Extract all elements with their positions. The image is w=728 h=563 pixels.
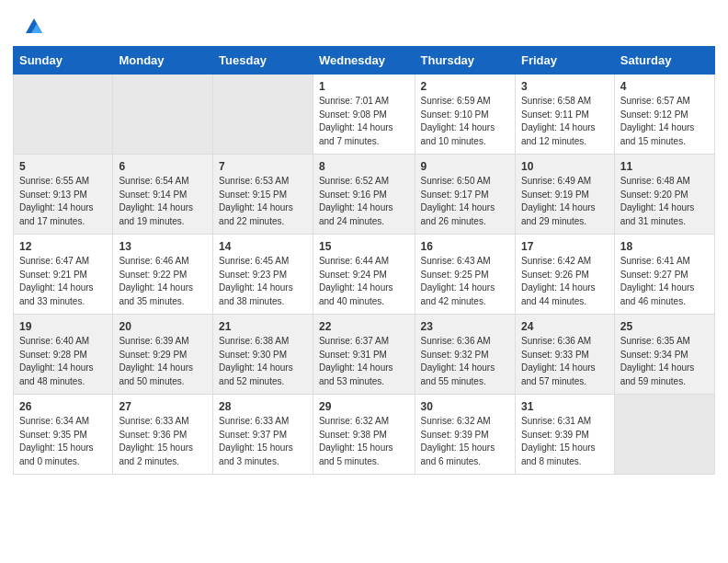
day-info: Sunrise: 6:37 AM Sunset: 9:31 PM Dayligh… — [319, 335, 409, 388]
calendar-cell: 18Sunrise: 6:41 AM Sunset: 9:27 PM Dayli… — [614, 235, 714, 315]
calendar-cell: 12Sunrise: 6:47 AM Sunset: 9:21 PM Dayli… — [14, 235, 113, 315]
day-of-week-header: Saturday — [614, 47, 714, 75]
day-info: Sunrise: 6:59 AM Sunset: 9:10 PM Dayligh… — [421, 95, 509, 148]
day-info: Sunrise: 6:57 AM Sunset: 9:12 PM Dayligh… — [620, 95, 709, 148]
logo-icon — [24, 17, 44, 37]
day-info: Sunrise: 6:34 AM Sunset: 9:35 PM Dayligh… — [19, 415, 107, 468]
day-number: 12 — [19, 240, 107, 253]
day-number: 6 — [119, 160, 207, 173]
day-info: Sunrise: 6:47 AM Sunset: 9:21 PM Dayligh… — [19, 255, 107, 308]
day-number: 28 — [219, 400, 307, 413]
day-info: Sunrise: 6:33 AM Sunset: 9:37 PM Dayligh… — [219, 415, 307, 468]
calendar-cell: 5Sunrise: 6:55 AM Sunset: 9:13 PM Daylig… — [14, 155, 113, 235]
day-number: 5 — [19, 160, 107, 173]
calendar-cell: 28Sunrise: 6:33 AM Sunset: 9:37 PM Dayli… — [213, 395, 313, 475]
calendar-cell: 17Sunrise: 6:42 AM Sunset: 9:26 PM Dayli… — [515, 235, 614, 315]
day-info: Sunrise: 6:42 AM Sunset: 9:26 PM Dayligh… — [521, 255, 609, 308]
calendar-cell: 6Sunrise: 6:54 AM Sunset: 9:14 PM Daylig… — [113, 155, 213, 235]
calendar-cell: 22Sunrise: 6:37 AM Sunset: 9:31 PM Dayli… — [313, 315, 415, 395]
calendar-cell — [14, 75, 113, 155]
calendar-cell: 2Sunrise: 6:59 AM Sunset: 9:10 PM Daylig… — [415, 75, 515, 155]
day-number: 29 — [319, 400, 409, 413]
calendar-week-row: 12Sunrise: 6:47 AM Sunset: 9:21 PM Dayli… — [14, 235, 715, 315]
day-number: 25 — [620, 320, 709, 333]
day-number: 24 — [521, 320, 609, 333]
calendar-week-row: 19Sunrise: 6:40 AM Sunset: 9:28 PM Dayli… — [14, 315, 715, 395]
day-info: Sunrise: 6:44 AM Sunset: 9:24 PM Dayligh… — [319, 255, 409, 308]
day-number: 7 — [219, 160, 307, 173]
day-info: Sunrise: 6:41 AM Sunset: 9:27 PM Dayligh… — [620, 255, 709, 308]
calendar-cell: 29Sunrise: 6:32 AM Sunset: 9:38 PM Dayli… — [313, 395, 415, 475]
day-info: Sunrise: 6:54 AM Sunset: 9:14 PM Dayligh… — [119, 175, 207, 228]
day-info: Sunrise: 6:46 AM Sunset: 9:22 PM Dayligh… — [119, 255, 207, 308]
calendar-cell: 7Sunrise: 6:53 AM Sunset: 9:15 PM Daylig… — [213, 155, 313, 235]
calendar-cell: 23Sunrise: 6:36 AM Sunset: 9:32 PM Dayli… — [415, 315, 515, 395]
day-number: 13 — [119, 240, 207, 253]
day-number: 31 — [521, 400, 609, 413]
day-number: 3 — [521, 80, 609, 93]
logo — [22, 17, 44, 37]
day-number: 11 — [620, 160, 709, 173]
day-number: 14 — [219, 240, 307, 253]
day-info: Sunrise: 6:49 AM Sunset: 9:19 PM Dayligh… — [521, 175, 609, 228]
calendar-cell: 10Sunrise: 6:49 AM Sunset: 9:19 PM Dayli… — [515, 155, 614, 235]
calendar-cell: 3Sunrise: 6:58 AM Sunset: 9:11 PM Daylig… — [515, 75, 614, 155]
day-number: 15 — [319, 240, 409, 253]
calendar-cell: 24Sunrise: 6:36 AM Sunset: 9:33 PM Dayli… — [515, 315, 614, 395]
calendar-week-row: 1Sunrise: 7:01 AM Sunset: 9:08 PM Daylig… — [14, 75, 715, 155]
calendar-cell: 21Sunrise: 6:38 AM Sunset: 9:30 PM Dayli… — [213, 315, 313, 395]
calendar-cell: 25Sunrise: 6:35 AM Sunset: 9:34 PM Dayli… — [614, 315, 714, 395]
day-info: Sunrise: 6:31 AM Sunset: 9:39 PM Dayligh… — [521, 415, 609, 468]
day-info: Sunrise: 7:01 AM Sunset: 9:08 PM Dayligh… — [319, 95, 409, 148]
day-number: 21 — [219, 320, 307, 333]
day-number: 19 — [19, 320, 107, 333]
calendar-cell: 20Sunrise: 6:39 AM Sunset: 9:29 PM Dayli… — [113, 315, 213, 395]
day-number: 18 — [620, 240, 709, 253]
day-info: Sunrise: 6:45 AM Sunset: 9:23 PM Dayligh… — [219, 255, 307, 308]
calendar-container: SundayMondayTuesdayWednesdayThursdayFrid… — [0, 46, 728, 488]
calendar-cell: 27Sunrise: 6:33 AM Sunset: 9:36 PM Dayli… — [113, 395, 213, 475]
day-info: Sunrise: 6:36 AM Sunset: 9:33 PM Dayligh… — [521, 335, 609, 388]
day-number: 20 — [119, 320, 207, 333]
day-of-week-header: Thursday — [415, 47, 515, 75]
day-number: 2 — [421, 80, 509, 93]
day-number: 4 — [620, 80, 709, 93]
calendar-cell: 8Sunrise: 6:52 AM Sunset: 9:16 PM Daylig… — [313, 155, 415, 235]
calendar-cell: 30Sunrise: 6:32 AM Sunset: 9:39 PM Dayli… — [415, 395, 515, 475]
day-number: 27 — [119, 400, 207, 413]
day-info: Sunrise: 6:58 AM Sunset: 9:11 PM Dayligh… — [521, 95, 609, 148]
day-info: Sunrise: 6:55 AM Sunset: 9:13 PM Dayligh… — [19, 175, 107, 228]
day-number: 22 — [319, 320, 409, 333]
calendar-cell: 19Sunrise: 6:40 AM Sunset: 9:28 PM Dayli… — [14, 315, 113, 395]
calendar-cell: 9Sunrise: 6:50 AM Sunset: 9:17 PM Daylig… — [415, 155, 515, 235]
day-info: Sunrise: 6:52 AM Sunset: 9:16 PM Dayligh… — [319, 175, 409, 228]
day-info: Sunrise: 6:48 AM Sunset: 9:20 PM Dayligh… — [620, 175, 709, 228]
day-info: Sunrise: 6:38 AM Sunset: 9:30 PM Dayligh… — [219, 335, 307, 388]
calendar-week-row: 26Sunrise: 6:34 AM Sunset: 9:35 PM Dayli… — [14, 395, 715, 475]
day-of-week-header: Tuesday — [213, 47, 313, 75]
day-info: Sunrise: 6:36 AM Sunset: 9:32 PM Dayligh… — [421, 335, 509, 388]
day-info: Sunrise: 6:33 AM Sunset: 9:36 PM Dayligh… — [119, 415, 207, 468]
calendar-cell — [614, 395, 714, 475]
calendar-cell: 13Sunrise: 6:46 AM Sunset: 9:22 PM Dayli… — [113, 235, 213, 315]
day-number: 1 — [319, 80, 409, 93]
calendar-cell: 4Sunrise: 6:57 AM Sunset: 9:12 PM Daylig… — [614, 75, 714, 155]
day-info: Sunrise: 6:32 AM Sunset: 9:39 PM Dayligh… — [421, 415, 509, 468]
calendar-header-row: SundayMondayTuesdayWednesdayThursdayFrid… — [14, 47, 715, 75]
calendar-cell — [113, 75, 213, 155]
day-info: Sunrise: 6:40 AM Sunset: 9:28 PM Dayligh… — [19, 335, 107, 388]
day-info: Sunrise: 6:32 AM Sunset: 9:38 PM Dayligh… — [319, 415, 409, 468]
page-header — [0, 0, 728, 46]
day-info: Sunrise: 6:35 AM Sunset: 9:34 PM Dayligh… — [620, 335, 709, 388]
day-of-week-header: Wednesday — [313, 47, 415, 75]
calendar-cell: 1Sunrise: 7:01 AM Sunset: 9:08 PM Daylig… — [313, 75, 415, 155]
day-of-week-header: Monday — [113, 47, 213, 75]
calendar-week-row: 5Sunrise: 6:55 AM Sunset: 9:13 PM Daylig… — [14, 155, 715, 235]
day-number: 30 — [421, 400, 509, 413]
calendar-table: SundayMondayTuesdayWednesdayThursdayFrid… — [13, 46, 715, 475]
calendar-cell: 11Sunrise: 6:48 AM Sunset: 9:20 PM Dayli… — [614, 155, 714, 235]
day-info: Sunrise: 6:39 AM Sunset: 9:29 PM Dayligh… — [119, 335, 207, 388]
day-of-week-header: Sunday — [14, 47, 113, 75]
day-number: 17 — [521, 240, 609, 253]
calendar-cell: 14Sunrise: 6:45 AM Sunset: 9:23 PM Dayli… — [213, 235, 313, 315]
